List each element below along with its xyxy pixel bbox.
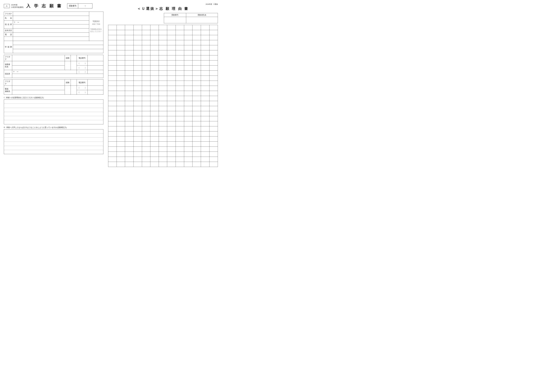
grid-cell[interactable] <box>184 66 192 71</box>
grid-cell[interactable] <box>193 152 201 157</box>
grid-cell[interactable] <box>133 91 142 96</box>
grid-cell[interactable] <box>167 126 176 132</box>
grid-cell[interactable] <box>209 71 218 76</box>
grid-cell[interactable] <box>108 137 117 142</box>
grid-cell[interactable] <box>184 30 192 35</box>
grid-cell[interactable] <box>167 106 176 111</box>
grid-cell[interactable] <box>167 81 176 86</box>
grid-cell[interactable] <box>125 91 133 96</box>
grid-cell[interactable] <box>201 162 209 167</box>
grid-cell[interactable] <box>108 66 117 71</box>
grid-cell[interactable] <box>117 152 125 157</box>
grid-cell[interactable] <box>142 147 150 152</box>
grid-cell[interactable] <box>159 111 167 116</box>
grid-cell[interactable] <box>209 86 218 91</box>
grid-cell[interactable] <box>167 40 176 45</box>
grid-cell[interactable] <box>108 111 117 116</box>
grid-cell[interactable] <box>133 111 142 116</box>
grid-cell[interactable] <box>167 137 176 142</box>
grid-cell[interactable] <box>142 162 150 167</box>
grid-cell[interactable] <box>193 25 201 30</box>
grid-cell[interactable] <box>184 126 192 132</box>
grid-cell[interactable] <box>184 96 192 101</box>
grid-cell[interactable] <box>184 106 192 111</box>
grid-cell[interactable] <box>167 91 176 96</box>
grid-cell[interactable] <box>193 106 201 111</box>
grid-cell[interactable] <box>142 116 150 121</box>
grid-cell[interactable] <box>201 25 209 30</box>
grid-cell[interactable] <box>209 25 218 30</box>
grid-cell[interactable] <box>176 30 184 35</box>
grid-cell[interactable] <box>167 71 176 76</box>
grid-cell[interactable] <box>193 121 201 126</box>
grid-cell[interactable] <box>125 61 133 66</box>
grid-cell[interactable] <box>184 76 192 81</box>
grid-cell[interactable] <box>117 81 125 86</box>
grid-cell[interactable] <box>150 116 159 121</box>
grid-cell[interactable] <box>159 96 167 101</box>
grid-cell[interactable] <box>159 56 167 61</box>
grid-cell[interactable] <box>142 142 150 147</box>
grid-cell[interactable] <box>193 91 201 96</box>
section1-input6[interactable] <box>4 120 103 124</box>
grid-cell[interactable] <box>176 50 184 56</box>
grid-cell[interactable] <box>133 101 142 106</box>
emergency-zokugara-value2[interactable] <box>71 86 77 95</box>
grid-cell[interactable] <box>209 137 218 142</box>
grid-cell[interactable] <box>117 45 125 50</box>
grid-cell[interactable] <box>142 152 150 157</box>
grid-cell[interactable] <box>209 61 218 66</box>
grid-cell[interactable] <box>176 40 184 45</box>
grid-cell[interactable] <box>201 45 209 50</box>
grid-cell[interactable] <box>150 126 159 132</box>
grid-cell[interactable] <box>117 157 125 162</box>
grid-cell[interactable] <box>209 111 218 116</box>
grid-cell[interactable] <box>125 142 133 147</box>
grid-cell[interactable] <box>176 126 184 132</box>
section1-input5[interactable] <box>4 116 103 120</box>
grid-cell[interactable] <box>150 30 159 35</box>
grid-cell[interactable] <box>201 40 209 45</box>
grid-cell[interactable] <box>117 147 125 152</box>
grid-cell[interactable] <box>117 162 125 167</box>
address-postal[interactable]: 〒 ー <box>13 21 89 24</box>
grid-cell[interactable] <box>201 121 209 126</box>
grid-cell[interactable] <box>159 142 167 147</box>
guardian-name-input2[interactable] <box>12 66 65 70</box>
grid-cell[interactable] <box>108 56 117 61</box>
grid-cell[interactable] <box>133 50 142 56</box>
grid-cell[interactable] <box>193 81 201 86</box>
grid-cell[interactable] <box>167 50 176 56</box>
grid-cell[interactable] <box>184 86 192 91</box>
grid-cell[interactable] <box>184 132 192 137</box>
grid-cell[interactable] <box>150 142 159 147</box>
grid-cell[interactable] <box>150 111 159 116</box>
grid-cell[interactable] <box>159 132 167 137</box>
phone-input[interactable] <box>13 33 89 37</box>
grid-cell[interactable] <box>125 45 133 50</box>
grid-cell[interactable] <box>117 56 125 61</box>
grid-cell[interactable] <box>193 35 201 40</box>
grid-cell[interactable] <box>117 30 125 35</box>
grid-cell[interactable] <box>117 91 125 96</box>
grid-cell[interactable] <box>167 157 176 162</box>
grid-cell[interactable] <box>159 101 167 106</box>
section1-input2[interactable] <box>4 104 103 108</box>
grid-cell[interactable] <box>201 61 209 66</box>
grid-cell[interactable] <box>167 116 176 121</box>
section2-input4[interactable] <box>4 142 103 146</box>
grid-cell[interactable] <box>193 71 201 76</box>
grid-cell[interactable] <box>159 106 167 111</box>
grid-cell[interactable] <box>176 25 184 30</box>
grid-cell[interactable] <box>209 106 218 111</box>
grid-cell[interactable] <box>125 40 133 45</box>
grid-cell[interactable] <box>209 132 218 137</box>
grid-cell[interactable] <box>193 76 201 81</box>
grid-cell[interactable] <box>193 50 201 56</box>
grid-cell[interactable] <box>125 157 133 162</box>
grid-cell[interactable] <box>117 25 125 30</box>
grid-cell[interactable] <box>108 121 117 126</box>
grid-cell[interactable] <box>193 111 201 116</box>
grid-cell[interactable] <box>142 61 150 66</box>
grid-cell[interactable] <box>201 126 209 132</box>
